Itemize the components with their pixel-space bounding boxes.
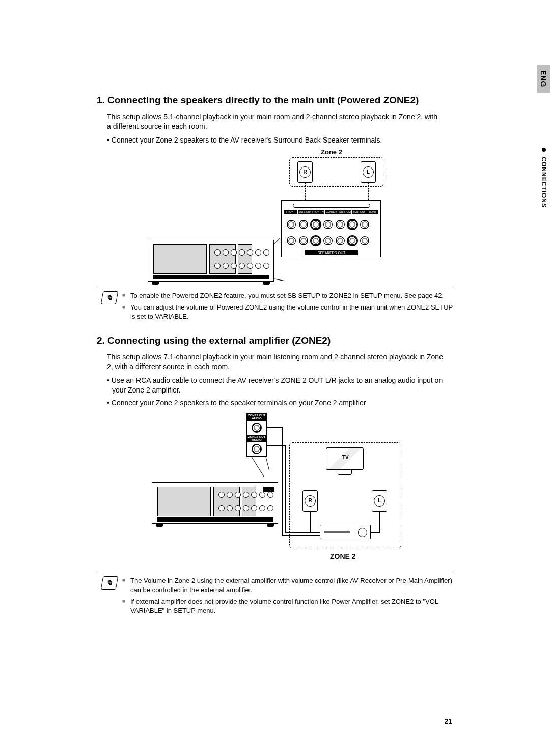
impedance-label xyxy=(293,204,370,208)
zone2-out-label2: ZONE2 OUT AUDIO xyxy=(247,435,266,442)
zone2-caption: ZONE 2 xyxy=(330,552,356,561)
section1-note-list: To enable the Powered ZONE2 feature, you… xyxy=(122,291,453,324)
receiver2-foot-l xyxy=(156,524,163,527)
zone2-out-label1: ZONE2 OUT AUDIO xyxy=(247,413,266,421)
terminal-labels: FRONT SURROUND FRONT HIGH/ ZONE2 CENTER … xyxy=(284,210,379,214)
section1-bullet1: • Connect your Zone 2 speakers to the AV… xyxy=(112,135,443,145)
receiver-foot-r xyxy=(263,282,270,285)
tv-stand xyxy=(338,470,352,475)
spk-l-wire-h xyxy=(370,532,380,533)
amp-display xyxy=(324,531,350,533)
av-receiver-rear xyxy=(148,240,274,282)
lang-text: ENG xyxy=(539,70,547,87)
figure-external-amp-zone2: ZONE2 OUT AUDIO ZONE2 OUT AUDIO TV R L xyxy=(97,411,453,569)
zone2-out-jack-r xyxy=(252,423,262,433)
section2-note-list: The Volume in Zone 2 using the external … xyxy=(122,576,453,619)
section2-notes: ✎ The Volume in Zone 2 using the externa… xyxy=(102,576,453,619)
separator-1 xyxy=(97,287,453,287)
zoom-line-4 xyxy=(266,457,269,469)
rca-v1 xyxy=(282,427,283,535)
panel2-block-3 xyxy=(242,487,256,516)
zoom-line-3 xyxy=(252,457,264,477)
terminal-row-small-2 xyxy=(214,263,269,269)
section1-title: 1. Connecting the speakers directly to t… xyxy=(97,95,453,106)
speaker-left: L xyxy=(361,161,376,183)
tv-label: TV xyxy=(342,455,349,460)
terminal-row-top xyxy=(287,220,369,229)
receiver-foot-l xyxy=(152,282,159,285)
av-receiver-rear-2 xyxy=(152,482,278,524)
rca-v1b xyxy=(285,445,286,532)
separator-2 xyxy=(97,572,453,572)
panel2-block-2 xyxy=(213,487,240,516)
section2-title: 2. Connecting using the external amplifi… xyxy=(97,335,453,346)
section-tab-text: CONNECTIONS xyxy=(540,157,547,208)
terminal2-row-small-2 xyxy=(218,505,273,511)
section1-note-2: You can adjust the volume of Powered ZON… xyxy=(122,303,453,321)
zone2-speaker-r: R xyxy=(302,490,318,512)
panel-strip xyxy=(153,275,269,279)
rca-h1 xyxy=(267,427,282,428)
panel2-strip xyxy=(157,517,273,522)
spk-r-wire-v xyxy=(310,512,311,532)
section2: 2. Connecting using the external amplifi… xyxy=(97,335,453,618)
speaker-right: R xyxy=(297,161,313,183)
language-tab: ENG xyxy=(537,65,550,93)
panel-block-2 xyxy=(209,244,236,274)
section2-note-1: The Volume in Zone 2 using the external … xyxy=(122,576,453,595)
section1-note-1: To enable the Powered ZONE2 feature, you… xyxy=(122,291,453,300)
panel-block-3 xyxy=(238,244,252,274)
page-content: 1. Connecting the speakers directly to t… xyxy=(97,95,453,618)
speaker-terminals-panel: FRONT SURROUND FRONT HIGH/ ZONE2 CENTER … xyxy=(281,200,381,257)
terminal-row-small-1 xyxy=(214,249,269,256)
section2-bullet2: • Connect your Zone 2 speakers to the sp… xyxy=(112,398,443,408)
figure-powered-zone2: Zone 2 R L xyxy=(97,148,453,284)
page-number: 21 xyxy=(444,717,452,725)
tv xyxy=(326,447,364,476)
note-icon-2: ✎ xyxy=(101,576,119,590)
zone2-speaker-l: L xyxy=(372,490,387,512)
spk-l-wire-v xyxy=(379,512,380,532)
terminal-row-bottom xyxy=(287,236,369,245)
section2-intro: This setup allows 7.1-channel playback i… xyxy=(107,352,443,372)
section2-bullet1: • Use an RCA audio cable to connect the … xyxy=(112,376,443,395)
bullet-icon xyxy=(542,148,546,152)
rca-h2b xyxy=(285,532,320,533)
rca-h2 xyxy=(282,535,320,536)
section1-intro: This setup allows 5.1-channel playback i… xyxy=(107,112,443,131)
manual-page: ENG CONNECTIONS 1. Connecting the speake… xyxy=(0,0,550,756)
panel2-block-1 xyxy=(157,487,211,516)
section-tab: CONNECTIONS xyxy=(540,148,547,208)
zone2-out-panel: ZONE2 OUT AUDIO ZONE2 OUT AUDIO xyxy=(246,413,267,457)
zone2-label: Zone 2 xyxy=(321,148,342,156)
speakers-out-label: SPEAKERS OUT xyxy=(305,250,358,255)
zoom-line-2 xyxy=(273,278,285,281)
panel-block-1 xyxy=(153,244,207,274)
zone2-amplifier xyxy=(320,525,371,539)
note-icon: ✎ xyxy=(101,291,119,304)
section2-note-2: If external amplifier does not provide t… xyxy=(122,597,453,615)
zone2-out-jack-l xyxy=(252,444,262,454)
zone2-out-marker xyxy=(263,487,274,492)
receiver2-foot-r xyxy=(267,524,274,527)
section1-notes: ✎ To enable the Powered ZONE2 feature, y… xyxy=(102,291,453,324)
terminal2-row-small-1 xyxy=(218,492,273,498)
